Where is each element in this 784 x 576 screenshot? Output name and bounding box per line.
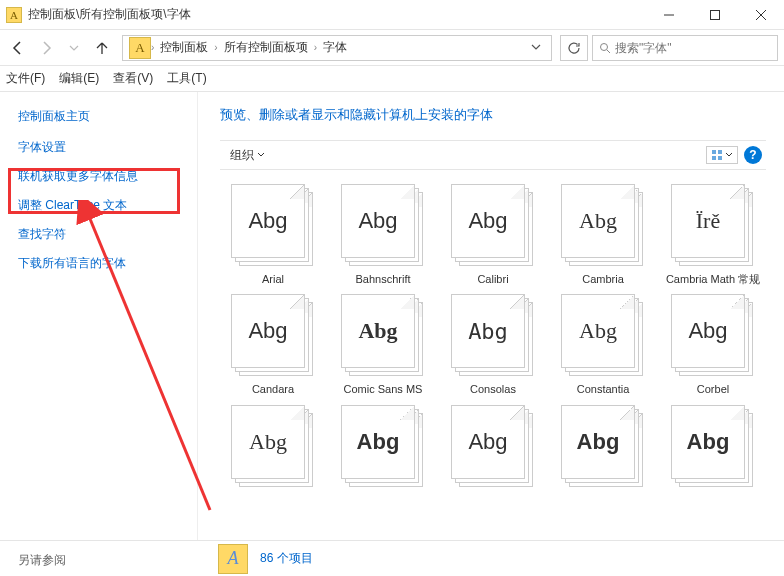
font-sample: Abg — [248, 318, 287, 344]
font-name-label: Arial — [262, 272, 284, 286]
font-sample: Abg — [577, 429, 620, 455]
sidebar-home[interactable]: 控制面板主页 — [18, 108, 197, 125]
font-grid: AbgArialAbgBahnschriftAbgCalibriAbgCambr… — [220, 170, 766, 493]
font-sample: Abg — [249, 429, 287, 455]
view-icon — [711, 149, 723, 161]
font-name-label: Candara — [252, 382, 294, 396]
font-name-label: Corbel — [697, 382, 729, 396]
forward-button[interactable] — [34, 36, 58, 60]
sidebar-link-find-char[interactable]: 查找字符 — [18, 226, 197, 243]
sidebar-link-online-fonts[interactable]: 联机获取更多字体信息 — [18, 168, 197, 185]
font-sample: Abg — [248, 208, 287, 234]
font-name-label: Constantia — [577, 382, 630, 396]
font-sample: Abg — [468, 429, 507, 455]
help-button[interactable]: ? — [744, 146, 762, 164]
font-item[interactable]: AbgConsolas — [440, 294, 546, 396]
fonts-folder-icon: A — [218, 544, 248, 574]
svg-rect-9 — [718, 156, 722, 160]
close-button[interactable] — [738, 0, 784, 30]
recent-dropdown[interactable] — [62, 36, 86, 60]
sidebar: 控制面板主页 字体设置 联机获取更多字体信息 调整 ClearType 文本 查… — [0, 92, 198, 540]
font-item[interactable]: AbgConstantia — [550, 294, 656, 396]
font-item[interactable]: AbgCandara — [220, 294, 326, 396]
navbar: A › 控制面板 › 所有控制面板项 › 字体 — [0, 30, 784, 66]
menu-tools[interactable]: 工具(T) — [167, 70, 206, 87]
up-button[interactable] — [90, 36, 114, 60]
font-sample: Abg — [579, 318, 617, 344]
font-sample: Abg — [358, 208, 397, 234]
font-name-label: Calibri — [477, 272, 508, 286]
font-item[interactable]: ÏrěCambria Math 常规 — [660, 184, 766, 286]
app-icon: A — [6, 7, 22, 23]
menu-edit[interactable]: 编辑(E) — [59, 70, 99, 87]
font-sample: Abg — [357, 429, 400, 455]
back-button[interactable] — [6, 36, 30, 60]
folder-fonts-icon: A — [129, 37, 151, 59]
font-sample: Abg — [687, 429, 730, 455]
sidebar-link-download-langs[interactable]: 下载所有语言的字体 — [18, 255, 197, 272]
statusbar: A 86 个项目 — [0, 540, 784, 576]
organize-label: 组织 — [230, 147, 254, 164]
font-sample: Abg — [468, 319, 508, 344]
address-dropdown[interactable] — [523, 41, 549, 55]
font-name-label: Cambria Math 常规 — [666, 272, 760, 286]
font-sample: Abg — [579, 208, 617, 234]
font-name-label: Comic Sans MS — [344, 382, 423, 396]
search-box[interactable] — [592, 35, 778, 61]
menu-view[interactable]: 查看(V) — [113, 70, 153, 87]
font-item[interactable]: Abg — [330, 405, 436, 493]
font-item[interactable]: Abg — [440, 405, 546, 493]
font-item[interactable]: AbgBahnschrift — [330, 184, 436, 286]
minimize-button[interactable] — [646, 0, 692, 30]
menubar: 文件(F) 编辑(E) 查看(V) 工具(T) — [0, 66, 784, 92]
svg-rect-7 — [718, 150, 722, 154]
page-title: 预览、删除或者显示和隐藏计算机上安装的字体 — [220, 106, 766, 124]
svg-rect-8 — [712, 156, 716, 160]
search-input[interactable] — [615, 41, 771, 55]
breadcrumb-item[interactable]: 控制面板 — [154, 39, 214, 56]
svg-line-5 — [607, 50, 610, 53]
menu-file[interactable]: 文件(F) — [6, 70, 45, 87]
font-item[interactable]: AbgCorbel — [660, 294, 766, 396]
font-name-label: Bahnschrift — [355, 272, 410, 286]
svg-point-4 — [601, 43, 608, 50]
font-item[interactable]: Abg — [550, 405, 656, 493]
breadcrumb-item[interactable]: 所有控制面板项 — [218, 39, 314, 56]
font-item[interactable]: AbgCambria — [550, 184, 656, 286]
toolbar: 组织 ? — [220, 140, 766, 170]
titlebar: A 控制面板\所有控制面板项\字体 — [0, 0, 784, 30]
svg-rect-6 — [712, 150, 716, 154]
organize-button[interactable]: 组织 — [224, 147, 271, 164]
font-sample: Abg — [358, 318, 397, 344]
maximize-button[interactable] — [692, 0, 738, 30]
font-item[interactable]: AbgComic Sans MS — [330, 294, 436, 396]
font-sample: Abg — [688, 318, 727, 344]
view-options-button[interactable] — [706, 146, 738, 164]
main-panel: 预览、删除或者显示和隐藏计算机上安装的字体 组织 ? AbgArialAbgBa… — [198, 92, 784, 540]
chevron-down-icon — [257, 151, 265, 159]
address-breadcrumb[interactable]: A › 控制面板 › 所有控制面板项 › 字体 — [122, 35, 552, 61]
font-item[interactable]: AbgArial — [220, 184, 326, 286]
item-count: 86 个项目 — [260, 550, 313, 567]
font-sample: Ïrě — [696, 208, 720, 234]
sidebar-link-cleartype[interactable]: 调整 ClearType 文本 — [18, 197, 197, 214]
font-item[interactable]: AbgCalibri — [440, 184, 546, 286]
chevron-down-icon — [725, 151, 733, 159]
sidebar-link-font-settings[interactable]: 字体设置 — [18, 139, 197, 156]
font-name-label: Cambria — [582, 272, 624, 286]
font-item[interactable]: Abg — [220, 405, 326, 493]
font-sample: Abg — [468, 208, 507, 234]
search-icon — [599, 42, 611, 54]
window-title: 控制面板\所有控制面板项\字体 — [28, 6, 646, 23]
font-name-label: Consolas — [470, 382, 516, 396]
breadcrumb-item[interactable]: 字体 — [317, 39, 353, 56]
svg-rect-1 — [711, 10, 720, 19]
font-item[interactable]: Abg — [660, 405, 766, 493]
refresh-button[interactable] — [560, 35, 588, 61]
